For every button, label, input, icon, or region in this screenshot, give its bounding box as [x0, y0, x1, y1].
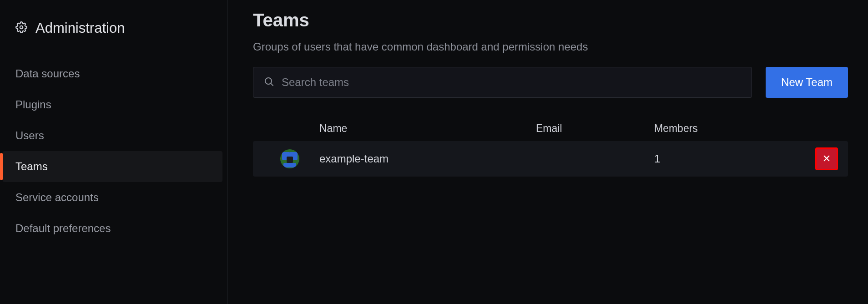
- delete-team-button[interactable]: [815, 147, 838, 170]
- gear-icon: [15, 21, 27, 35]
- table-row[interactable]: example-team 1: [253, 141, 848, 177]
- svg-point-1: [265, 78, 272, 84]
- new-team-button[interactable]: New Team: [766, 67, 848, 98]
- cell-members: 1: [654, 152, 791, 165]
- sidebar-item-data-sources[interactable]: Data sources: [0, 58, 227, 89]
- sidebar-item-users[interactable]: Users: [0, 120, 227, 151]
- sidebar: Administration Data sources Plugins User…: [0, 0, 227, 304]
- svg-point-0: [20, 26, 23, 29]
- teams-table: Name Email Members example-team 1: [253, 116, 848, 177]
- column-header-email: Email: [536, 122, 654, 135]
- sidebar-item-label: Data sources: [15, 67, 80, 80]
- toolbar: New Team: [253, 67, 848, 98]
- search-icon: [263, 76, 274, 89]
- sidebar-item-label: Users: [15, 129, 44, 142]
- sidebar-item-default-preferences[interactable]: Default preferences: [0, 213, 227, 244]
- team-avatar: [280, 149, 299, 168]
- sidebar-item-label: Teams: [15, 160, 48, 172]
- table-header: Name Email Members: [253, 116, 848, 141]
- column-header-members: Members: [654, 122, 791, 135]
- close-icon: [823, 152, 831, 165]
- sidebar-item-label: Service accounts: [15, 191, 99, 203]
- column-header-name: Name: [319, 122, 536, 135]
- search-input[interactable]: [282, 76, 742, 89]
- search-field[interactable]: [253, 67, 752, 98]
- sidebar-item-service-accounts[interactable]: Service accounts: [0, 182, 227, 213]
- cell-name: example-team: [319, 152, 536, 165]
- page-title: Teams: [253, 10, 848, 30]
- sidebar-item-label: Default preferences: [15, 222, 111, 234]
- main-content: Teams Groups of users that have common d…: [227, 0, 868, 304]
- sidebar-header: Administration: [0, 15, 227, 58]
- sidebar-nav: Data sources Plugins Users Teams Service…: [0, 58, 227, 244]
- sidebar-item-teams[interactable]: Teams: [3, 151, 222, 182]
- svg-line-2: [271, 84, 273, 86]
- sidebar-item-label: Plugins: [15, 98, 51, 111]
- sidebar-title: Administration: [35, 20, 125, 36]
- sidebar-item-plugins[interactable]: Plugins: [0, 89, 227, 120]
- page-subtitle: Groups of users that have common dashboa…: [253, 41, 848, 53]
